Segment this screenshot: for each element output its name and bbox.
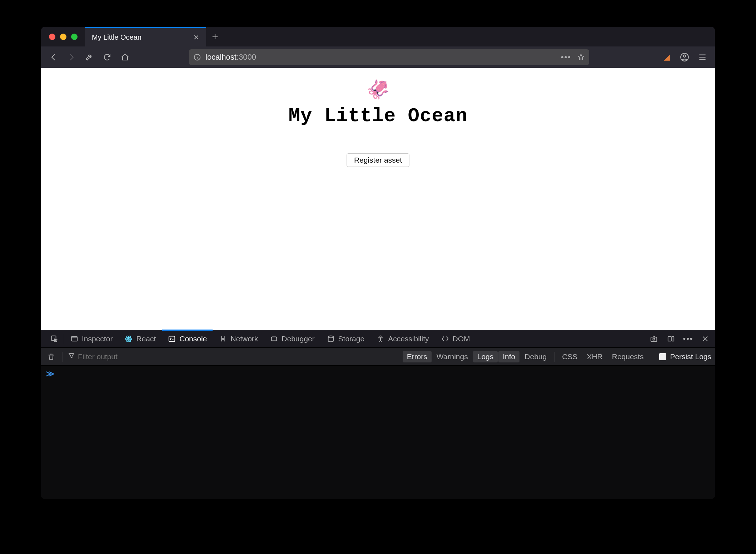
- toolbar-right: ◢: [659, 50, 710, 65]
- devtools-tab-storage[interactable]: Storage: [321, 330, 370, 347]
- devtools-tab-label: Accessibility: [388, 335, 429, 343]
- separator: [651, 352, 651, 362]
- filter-info[interactable]: Info: [498, 351, 519, 362]
- app-menu-button[interactable]: [695, 50, 710, 65]
- console-prompt-icon: ≫: [46, 369, 53, 378]
- window-controls: [41, 27, 85, 46]
- devtools-tabbar: Inspector React Console Network Debugger: [41, 330, 715, 348]
- page-title: My Little Ocean: [288, 105, 467, 127]
- devtools-tab-debugger[interactable]: Debugger: [264, 330, 320, 347]
- devtools-tab-dom[interactable]: DOM: [436, 330, 476, 347]
- app-logo-emoji: 🦑: [367, 80, 390, 99]
- reload-button[interactable]: [100, 50, 115, 65]
- window-maximize-button[interactable]: [71, 34, 78, 40]
- browser-tab-active[interactable]: My Little Ocean ×: [85, 27, 206, 46]
- back-button[interactable]: [46, 50, 61, 65]
- window-minimize-button[interactable]: [60, 34, 66, 40]
- devtools-tab-network[interactable]: Network: [213, 330, 264, 347]
- svg-point-8: [128, 338, 129, 339]
- filter-xhr[interactable]: XHR: [582, 351, 607, 362]
- site-info-icon[interactable]: [193, 53, 201, 61]
- svg-rect-9: [169, 336, 175, 341]
- console-toolbar: Errors Warnings Logs Info Debug CSS XHR …: [41, 348, 715, 366]
- home-button[interactable]: [118, 50, 133, 65]
- devtools-tab-label: React: [136, 335, 156, 343]
- page-actions-icon[interactable]: •••: [561, 53, 571, 62]
- filter-css[interactable]: CSS: [558, 351, 582, 362]
- devtools-tab-label: Storage: [338, 335, 365, 343]
- svg-point-2: [683, 55, 686, 58]
- filter-logs[interactable]: Logs: [473, 351, 498, 362]
- svg-rect-16: [672, 336, 674, 341]
- svg-point-14: [653, 338, 655, 340]
- svg-point-11: [328, 336, 333, 338]
- devtools-tab-react[interactable]: React: [119, 330, 161, 347]
- browser-toolbar: localhost:3000 ••• ◢: [41, 46, 715, 68]
- window-close-button[interactable]: [49, 34, 55, 40]
- tab-title: My Little Ocean: [92, 33, 192, 41]
- devtools-tab-label: Debugger: [282, 335, 314, 343]
- svg-rect-13: [651, 337, 657, 341]
- devtools-tab-accessibility[interactable]: Accessibility: [371, 330, 434, 347]
- tab-close-icon[interactable]: ×: [192, 31, 201, 43]
- persist-logs-toggle[interactable]: Persist Logs: [659, 352, 711, 361]
- filter-icon: [68, 352, 75, 361]
- separator: [63, 352, 63, 362]
- extension-icon[interactable]: ◢: [659, 50, 674, 65]
- forward-button[interactable]: [64, 50, 79, 65]
- console-level-filters: Errors Warnings Logs Info Debug: [402, 351, 552, 362]
- filter-errors[interactable]: Errors: [403, 351, 432, 362]
- separator: [554, 352, 554, 362]
- devtools-tab-label: Inspector: [82, 335, 113, 343]
- url-port: :3000: [237, 53, 256, 62]
- persist-logs-label: Persist Logs: [670, 352, 711, 361]
- console-clear-button[interactable]: [45, 353, 58, 361]
- svg-rect-4: [71, 336, 78, 341]
- svg-rect-15: [668, 336, 671, 341]
- url-bar[interactable]: localhost:3000 •••: [189, 49, 589, 65]
- console-filter-input[interactable]: [77, 352, 170, 361]
- devtools-tab-label: Console: [179, 335, 207, 343]
- dev-wrench-button[interactable]: [82, 50, 97, 65]
- filter-warnings[interactable]: Warnings: [432, 351, 472, 362]
- page-content: 🦑 My Little Ocean Register asset: [41, 68, 715, 330]
- url-host: localhost: [205, 53, 237, 62]
- devtools-tab-label: DOM: [453, 335, 470, 343]
- devtools-close-button[interactable]: [699, 333, 711, 345]
- new-tab-button[interactable]: +: [206, 27, 224, 46]
- svg-point-12: [380, 336, 381, 337]
- devtools-screenshot-button[interactable]: [648, 333, 660, 345]
- register-asset-button[interactable]: Register asset: [347, 153, 409, 167]
- devtools-panel: Inspector React Console Network Debugger: [41, 330, 715, 499]
- devtools-more-button[interactable]: •••: [682, 333, 694, 345]
- bookmark-star-icon[interactable]: [577, 53, 585, 61]
- browser-window: My Little Ocean × +: [41, 27, 715, 499]
- devtools-pick-element-button[interactable]: [45, 330, 64, 347]
- console-output[interactable]: ≫: [41, 366, 715, 499]
- svg-rect-10: [272, 337, 277, 341]
- devtools-dock-button[interactable]: [665, 333, 677, 345]
- tab-strip: My Little Ocean × +: [41, 27, 715, 46]
- devtools-tab-inspector[interactable]: Inspector: [65, 330, 118, 347]
- console-category-filters: CSS XHR Requests: [557, 351, 648, 362]
- profile-button[interactable]: [677, 50, 692, 65]
- filter-requests[interactable]: Requests: [608, 351, 648, 362]
- devtools-tab-label: Network: [230, 335, 258, 343]
- devtools-tab-console[interactable]: Console: [162, 330, 213, 347]
- filter-debug[interactable]: Debug: [520, 351, 551, 362]
- checkbox-icon: [659, 353, 666, 360]
